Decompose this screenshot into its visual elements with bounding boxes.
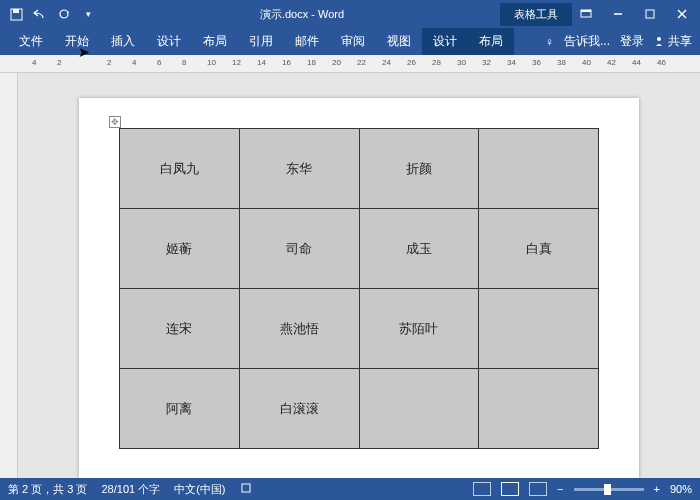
ruler-tick: 2 — [57, 58, 61, 67]
document-area[interactable]: ✥ 白凤九 东华 折颜 姬蘅 司命 成玉 白真 连宋 燕池悟 苏陌叶 — [18, 73, 700, 478]
table-cell[interactable]: 折颜 — [359, 129, 479, 209]
page-indicator[interactable]: 第 2 页，共 3 页 — [8, 482, 87, 497]
ruler-tick: 32 — [482, 58, 491, 67]
ruler-tick: 4 — [132, 58, 136, 67]
tab-file[interactable]: 文件 — [8, 28, 54, 55]
horizontal-ruler[interactable]: 4224681012141618202224262830323436384042… — [0, 55, 700, 73]
ruler-tick: 14 — [257, 58, 266, 67]
redo-icon[interactable] — [56, 6, 72, 22]
table-cell[interactable]: 成玉 — [359, 209, 479, 289]
table-cell[interactable]: 东华 — [239, 129, 359, 209]
zoom-out-icon[interactable]: − — [557, 483, 563, 495]
table-row: 阿离 白滚滚 — [120, 369, 599, 449]
zoom-slider[interactable] — [574, 488, 644, 491]
tab-design[interactable]: 设计 — [146, 28, 192, 55]
undo-icon[interactable] — [32, 6, 48, 22]
tell-me-text[interactable]: 告诉我... — [564, 33, 610, 50]
tab-insert[interactable]: 插入 — [100, 28, 146, 55]
tab-references[interactable]: 引用 — [238, 28, 284, 55]
tell-me-icon[interactable]: ♀ — [545, 35, 554, 49]
table-cell[interactable]: 姬蘅 — [120, 209, 240, 289]
svg-point-9 — [657, 37, 661, 41]
table-cell[interactable]: 司命 — [239, 209, 359, 289]
ruler-tick: 30 — [457, 58, 466, 67]
save-icon[interactable] — [8, 6, 24, 22]
ruler-tick: 12 — [232, 58, 241, 67]
ribbon-tabs: 文件 开始 插入 设计 布局 引用 邮件 审阅 视图 设计 布局 ♀ 告诉我..… — [0, 28, 700, 55]
ruler-tick: 6 — [157, 58, 161, 67]
close-icon[interactable] — [668, 4, 696, 24]
table-cell[interactable] — [359, 369, 479, 449]
share-button[interactable]: 共享 — [654, 33, 692, 50]
zoom-level[interactable]: 90% — [670, 483, 692, 495]
ruler-tick: 42 — [607, 58, 616, 67]
table-cell[interactable] — [479, 369, 599, 449]
tab-view[interactable]: 视图 — [376, 28, 422, 55]
table-cell[interactable] — [479, 289, 599, 369]
title-bar: ▾ 演示.docx - Word 表格工具 — [0, 0, 700, 28]
ruler-tick: 18 — [307, 58, 316, 67]
ruler-tick: 16 — [282, 58, 291, 67]
ruler-tick: 26 — [407, 58, 416, 67]
ruler-tick: 10 — [207, 58, 216, 67]
tab-review[interactable]: 审阅 — [330, 28, 376, 55]
workspace: ✥ 白凤九 东华 折颜 姬蘅 司命 成玉 白真 连宋 燕池悟 苏陌叶 — [0, 73, 700, 478]
tab-mailings[interactable]: 邮件 — [284, 28, 330, 55]
ruler-tick: 38 — [557, 58, 566, 67]
table-cell[interactable]: 苏陌叶 — [359, 289, 479, 369]
tab-layout[interactable]: 布局 — [192, 28, 238, 55]
ruler-tick: 4 — [32, 58, 36, 67]
table-cell[interactable]: 白真 — [479, 209, 599, 289]
ruler-tick: 44 — [632, 58, 641, 67]
maximize-icon[interactable] — [636, 4, 664, 24]
table-cell[interactable]: 连宋 — [120, 289, 240, 369]
login-link[interactable]: 登录 — [620, 33, 644, 50]
ruler-tick: 20 — [332, 58, 341, 67]
web-layout-icon[interactable] — [529, 482, 547, 496]
tab-table-design[interactable]: 设计 — [422, 28, 468, 55]
table-row: 连宋 燕池悟 苏陌叶 — [120, 289, 599, 369]
window-controls — [572, 4, 700, 24]
ribbon-options-icon[interactable] — [572, 4, 600, 24]
svg-rect-6 — [646, 10, 654, 18]
tab-table-layout[interactable]: 布局 — [468, 28, 514, 55]
ruler-tick: 22 — [357, 58, 366, 67]
table-row: 白凤九 东华 折颜 — [120, 129, 599, 209]
ruler-tick: 34 — [507, 58, 516, 67]
ruler-tick: 36 — [532, 58, 541, 67]
read-mode-icon[interactable] — [473, 482, 491, 496]
table-row: 姬蘅 司命 成玉 白真 — [120, 209, 599, 289]
document-title: 演示.docx - Word — [104, 7, 500, 22]
table-cell[interactable]: 燕池悟 — [239, 289, 359, 369]
contextual-tab-label: 表格工具 — [500, 3, 572, 26]
qat-customize-icon[interactable]: ▾ — [80, 6, 96, 22]
ruler-tick: 40 — [582, 58, 591, 67]
table-cell[interactable] — [479, 129, 599, 209]
ruler-tick: 24 — [382, 58, 391, 67]
ruler-tick: 2 — [107, 58, 111, 67]
macro-record-icon[interactable] — [240, 482, 252, 496]
quick-access-toolbar: ▾ — [0, 6, 104, 22]
page: ✥ 白凤九 东华 折颜 姬蘅 司命 成玉 白真 连宋 燕池悟 苏陌叶 — [79, 98, 639, 478]
language-indicator[interactable]: 中文(中国) — [174, 482, 225, 497]
vertical-ruler[interactable] — [0, 73, 18, 478]
print-layout-icon[interactable] — [501, 482, 519, 496]
table-move-handle-icon[interactable]: ✥ — [109, 116, 121, 128]
svg-rect-10 — [242, 484, 250, 492]
status-bar: 第 2 页，共 3 页 28/101 个字 中文(中国) − + 90% — [0, 478, 700, 500]
tab-home[interactable]: 开始 — [54, 28, 100, 55]
ruler-tick: 28 — [432, 58, 441, 67]
svg-point-2 — [60, 10, 68, 18]
table-cell[interactable]: 白滚滚 — [239, 369, 359, 449]
minimize-icon[interactable] — [604, 4, 632, 24]
data-table[interactable]: 白凤九 东华 折颜 姬蘅 司命 成玉 白真 连宋 燕池悟 苏陌叶 — [119, 128, 599, 449]
ruler-tick: 46 — [657, 58, 666, 67]
zoom-in-icon[interactable]: + — [654, 483, 660, 495]
word-count[interactable]: 28/101 个字 — [101, 482, 160, 497]
table-cell[interactable]: 白凤九 — [120, 129, 240, 209]
svg-rect-4 — [581, 10, 591, 12]
svg-rect-1 — [13, 9, 19, 13]
table-cell[interactable]: 阿离 — [120, 369, 240, 449]
ruler-tick: 8 — [182, 58, 186, 67]
